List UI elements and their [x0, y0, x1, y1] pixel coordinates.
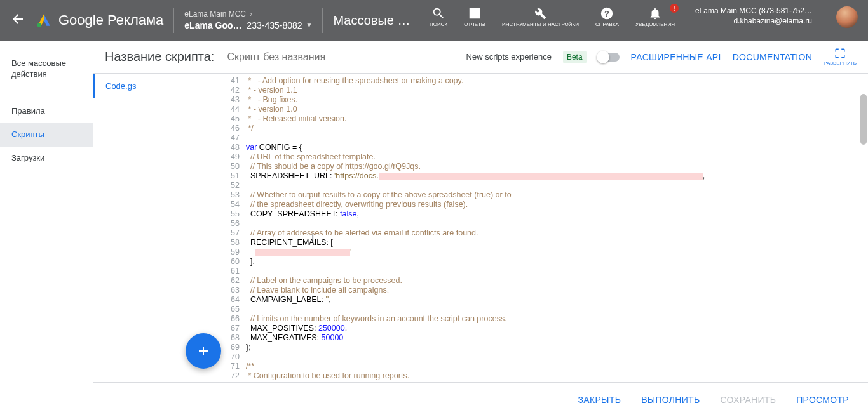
- account-id: 233-435-8082: [247, 20, 302, 32]
- account-switcher[interactable]: eLama Main MCC› eLama Goo… 233-435-8082 …: [184, 9, 312, 32]
- user-email: d.khabazina@elama.ru: [733, 17, 812, 25]
- back-button[interactable]: [10, 11, 25, 29]
- divider: [322, 8, 323, 33]
- redacted-url: [379, 173, 703, 180]
- new-experience-toggle[interactable]: [598, 53, 620, 62]
- divider: [173, 8, 174, 33]
- notification-badge: !: [670, 4, 679, 13]
- preview-button[interactable]: ПРОСМОТР: [796, 395, 849, 405]
- new-experience-label: New scripts experience: [466, 52, 552, 62]
- chevron-right-icon: ›: [250, 9, 252, 20]
- product-name: Google Реклама: [58, 12, 163, 29]
- scrollbar[interactable]: [859, 74, 868, 382]
- beta-badge: Beta: [563, 51, 587, 63]
- account-parent: eLama Main MCC: [184, 9, 246, 20]
- nav-divider: [11, 93, 81, 93]
- user-avatar[interactable]: [836, 6, 858, 28]
- help-icon: ?: [600, 6, 614, 20]
- svg-text:?: ?: [605, 9, 610, 18]
- svg-marker-1: [44, 14, 50, 25]
- nav-scripts[interactable]: Скрипты: [0, 123, 93, 147]
- sidebar: Все массовые действия Правила Скрипты За…: [0, 41, 93, 417]
- nav-all-bulk[interactable]: Все массовые действия: [0, 52, 93, 86]
- file-item[interactable]: Code.gs: [93, 74, 220, 98]
- close-button[interactable]: ЗАКРЫТЬ: [578, 395, 621, 405]
- caret-down-icon: ▼: [306, 21, 313, 30]
- script-name-input[interactable]: [226, 49, 359, 65]
- reports-tool[interactable]: ОТЧЕТЫ: [464, 6, 485, 28]
- search-icon: [431, 6, 445, 20]
- bar-chart-icon: [468, 6, 482, 20]
- footer-actions: ЗАКРЫТЬ ВЫПОЛНИТЬ СОХРАНИТЬ ПРОСМОТР: [93, 382, 868, 417]
- script-header: Название скрипта: New scripts experience…: [93, 41, 868, 74]
- notifications-tool[interactable]: ! УВЕДОМЛЕНИЯ: [635, 6, 675, 28]
- expand-icon: [834, 48, 846, 59]
- ads-logo-icon: [36, 12, 52, 29]
- user-info: eLama Main MCC (873-581-752… d.khabazina…: [695, 6, 812, 25]
- user-account: eLama Main MCC (873-581-752…: [695, 6, 812, 15]
- script-name-label: Название скрипта:: [105, 50, 214, 64]
- run-button[interactable]: ВЫПОЛНИТЬ: [641, 395, 700, 405]
- bell-icon: [648, 6, 662, 20]
- code-editor[interactable]: 41 * - Add option for reusing the spread…: [220, 74, 868, 382]
- account-name: eLama Goo…: [184, 20, 241, 32]
- arrow-left-icon: [10, 11, 25, 27]
- tools-settings[interactable]: ИНСТРУМЕНТЫ И НАСТРОЙКИ: [502, 6, 579, 28]
- nav-rules[interactable]: Правила: [0, 100, 93, 123]
- wrench-icon: [533, 6, 547, 20]
- search-tool[interactable]: ПОИСК: [430, 6, 447, 28]
- svg-point-2: [37, 23, 42, 27]
- product-logo[interactable]: Google Реклама: [36, 12, 163, 29]
- scrollbar-thumb[interactable]: [860, 94, 867, 145]
- plus-icon: [196, 343, 211, 359]
- save-button: СОХРАНИТЬ: [720, 395, 776, 405]
- expand-button[interactable]: РАЗВЕРНУТЬ: [824, 48, 857, 66]
- breadcrumb: Массовые …: [333, 13, 410, 28]
- app-header: Google Реклама eLama Main MCC› eLama Goo…: [0, 0, 868, 41]
- documentation-link[interactable]: DOCUMENTATION: [733, 52, 812, 62]
- redacted-email: [255, 249, 350, 256]
- header-tools: ПОИСК ОТЧЕТЫ ИНСТРУМЕНТЫ И НАСТРОЙКИ ? С…: [430, 0, 858, 41]
- nav-uploads[interactable]: Загрузки: [0, 147, 93, 170]
- add-fab[interactable]: [186, 333, 221, 369]
- help-tool[interactable]: ? СПРАВКА: [595, 6, 619, 28]
- advanced-apis-link[interactable]: РАСШИРЕННЫЕ API: [631, 52, 721, 62]
